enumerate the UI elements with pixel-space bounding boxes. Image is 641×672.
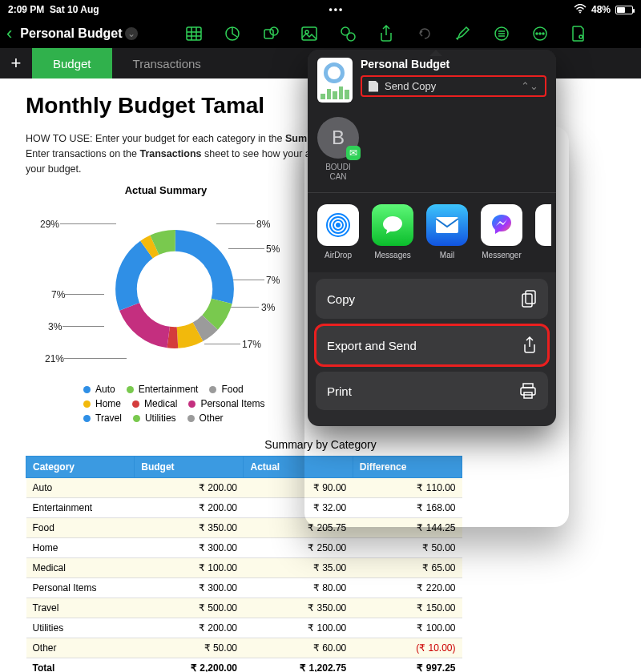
donut-svg [111, 225, 239, 353]
status-time: 2:09 PM [8, 4, 44, 15]
toolbar [138, 26, 635, 42]
svg-rect-1 [187, 27, 201, 40]
th-category[interactable]: Category [26, 457, 135, 478]
svg-point-13 [542, 33, 544, 34]
action-copy[interactable]: Copy [316, 279, 548, 319]
messages-badge-icon: ✉ [346, 146, 361, 160]
add-sheet-button[interactable]: + [0, 53, 32, 74]
battery-pct: 48% [591, 4, 611, 15]
print-icon [519, 383, 537, 399]
th-actual[interactable]: Actual [244, 457, 353, 478]
th-difference[interactable]: Difference [353, 457, 462, 478]
mail-icon [426, 204, 468, 246]
seg-label: 17% [242, 339, 261, 350]
svg-point-29 [336, 223, 341, 227]
seg-label: 7% [266, 275, 280, 286]
share-actions: Copy Export and Send Print [308, 272, 556, 426]
back-button[interactable]: ‹ [6, 23, 12, 44]
send-copy-label: Send Copy [385, 80, 436, 92]
app-more[interactable] [535, 204, 551, 260]
share-header: Personal Budget Send Copy ⌃⌄ [308, 50, 556, 112]
app-messages[interactable]: Messages [372, 204, 413, 260]
table-total[interactable]: Total₹ 2,200.00₹ 1,202.75₹ 997.25 [26, 658, 462, 672]
table-row[interactable]: Other₹ 50.00₹ 60.00(₹ 10.00) [26, 638, 462, 658]
tab-budget[interactable]: Budget [32, 48, 112, 78]
table-row[interactable]: Utilities₹ 200.00₹ 100.00₹ 100.00 [26, 618, 462, 638]
status-date: Sat 10 Aug [50, 4, 99, 15]
share-doc-title: Personal Budget [361, 58, 546, 70]
share-icon[interactable] [378, 26, 394, 42]
table-icon[interactable] [186, 26, 202, 42]
insert-icon[interactable] [340, 26, 356, 42]
airdrop-icon [317, 204, 359, 246]
table-row[interactable]: Home₹ 300.00₹ 250.00₹ 50.00 [26, 538, 462, 558]
seg-label: 21% [45, 353, 64, 364]
status-ellipsis: ••• [99, 4, 574, 15]
svg-point-11 [536, 33, 538, 34]
svg-point-0 [579, 11, 581, 13]
document-icon[interactable] [570, 26, 587, 42]
table-row[interactable]: Auto₹ 200.00₹ 90.00₹ 110.00 [26, 478, 462, 498]
app-mail[interactable]: Mail [426, 204, 468, 260]
donut-chart[interactable]: 29% 8% 5% 7% 3% 17% 21% 3% 7% [40, 201, 304, 377]
document-icon [369, 81, 378, 92]
share-apps-row: AirDrop Messages Mail Messenger [308, 192, 556, 272]
image-icon[interactable] [301, 26, 317, 42]
action-print[interactable]: Print [316, 372, 548, 410]
nav-bar: ‹ Personal Budget ⌄ [0, 19, 641, 48]
chart-icon[interactable] [224, 26, 240, 42]
status-time-date: 2:09 PM Sat 10 Aug [8, 4, 99, 15]
doc-dropdown-icon[interactable]: ⌄ [125, 27, 138, 40]
document-title[interactable]: Personal Budget [20, 26, 122, 41]
send-copy-button[interactable]: Send Copy ⌃⌄ [361, 75, 546, 97]
undo-icon[interactable] [417, 26, 433, 42]
list-icon[interactable] [494, 26, 510, 42]
table-row[interactable]: Food₹ 350.00₹ 205.75₹ 144.25 [26, 518, 462, 538]
action-copy-label: Copy [327, 292, 355, 306]
app-partial-icon [535, 204, 551, 246]
svg-point-14 [579, 35, 583, 38]
wifi-icon [574, 4, 587, 16]
tab-transactions[interactable]: Transactions [112, 48, 222, 78]
table-row[interactable]: Travel₹ 500.00₹ 350.00₹ 150.00 [26, 598, 462, 618]
svg-rect-30 [436, 217, 458, 233]
seg-label: 7% [51, 289, 65, 300]
th-budget[interactable]: Budget [135, 457, 244, 478]
action-print-label: Print [327, 384, 352, 398]
share-icon [522, 336, 537, 354]
svg-point-12 [539, 33, 541, 34]
action-export-send[interactable]: Export and Send [316, 325, 548, 365]
svg-rect-34 [521, 388, 535, 395]
copy-icon [521, 290, 537, 308]
svg-point-8 [347, 33, 355, 41]
chevron-icon: ⌃⌄ [521, 80, 538, 92]
contact-avatar[interactable]: B ✉ [317, 117, 359, 159]
battery-icon [615, 6, 633, 14]
seg-label: 29% [40, 219, 59, 230]
svg-rect-32 [522, 294, 532, 307]
chart-legend: Auto Entertainment Food Home Medical Per… [83, 384, 306, 424]
table-row[interactable]: Personal Items₹ 300.00₹ 80.00₹ 220.00 [26, 578, 462, 598]
svg-rect-5 [302, 27, 316, 40]
more-icon[interactable] [532, 26, 548, 42]
svg-rect-31 [526, 291, 535, 304]
app-airdrop[interactable]: AirDrop [317, 204, 359, 260]
action-export-label: Export and Send [327, 339, 417, 352]
summary-table[interactable]: Category Budget Actual Difference Auto₹ … [26, 456, 462, 672]
status-bar: 2:09 PM Sat 10 Aug ••• 48% [0, 0, 641, 19]
tab-budget-label: Budget [53, 57, 91, 70]
contacts-row: B ✉ BOUDI CAN [308, 112, 556, 192]
brush-icon[interactable] [455, 26, 471, 42]
seg-label: 3% [261, 302, 275, 313]
status-right: 48% [574, 4, 633, 16]
messenger-icon [481, 204, 522, 246]
seg-label: 3% [48, 321, 62, 332]
shape-icon[interactable] [263, 26, 279, 42]
tab-transactions-label: Transactions [133, 57, 201, 70]
table-row[interactable]: Entertainment₹ 200.00₹ 32.00₹ 168.00 [26, 498, 462, 518]
table-row[interactable]: Medical₹ 100.00₹ 35.00₹ 65.00 [26, 558, 462, 578]
table-title: Summary by Category [26, 438, 615, 451]
app-messenger[interactable]: Messenger [481, 204, 522, 260]
seg-label: 8% [256, 219, 270, 230]
messages-icon [372, 204, 413, 246]
